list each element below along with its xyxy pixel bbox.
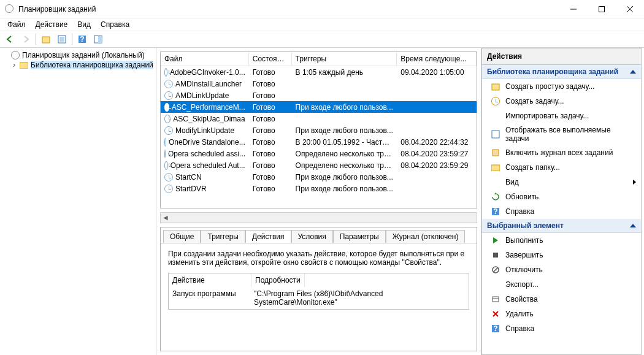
action-create-task[interactable]: Создать задачу... [482, 94, 641, 109]
tree-library-label: Библиотека планировщика заданий [31, 61, 153, 69]
svg-rect-11 [20, 63, 28, 69]
task-row[interactable]: ASC_SkipUac_DimaaГотово [161, 113, 477, 124]
svg-rect-13 [492, 131, 499, 138]
help-icon: ? [491, 324, 500, 334]
task-row[interactable]: OneDrive Standalone...ГотовоВ 20:00 01.0… [161, 136, 477, 148]
tab-actions[interactable]: Действия [245, 230, 291, 243]
showhide-icon[interactable] [91, 32, 105, 46]
action-details-value: "C:\Program Files (x86)\IObit\Advanced S… [250, 287, 469, 309]
action-new-folder[interactable]: Создать папку... [482, 160, 641, 175]
maximize-button[interactable] [588, 0, 616, 18]
svg-rect-12 [492, 84, 499, 90]
section-selected[interactable]: Выбранный элемент [482, 219, 641, 233]
tab-general[interactable]: Общие [163, 230, 201, 243]
menu-view[interactable]: Вид [72, 19, 96, 30]
disable-label: Отключить [505, 265, 543, 274]
task-state: Готово [249, 91, 292, 100]
view-label: Вид [505, 178, 628, 186]
action-show-running[interactable]: Отображать все выполняемые задачи [482, 123, 641, 145]
task-row[interactable]: StartCNГотовоПри входе любого пользов... [161, 171, 477, 183]
task-state: Готово [249, 115, 292, 123]
action-create-basic[interactable]: Создать простую задачу... [482, 79, 641, 94]
properties-label: Свойства [505, 295, 538, 303]
task-row[interactable]: AMDInstallLauncherГотово [161, 78, 477, 90]
task-row[interactable]: StartDVRГотовоПри входе любого пользов..… [161, 183, 477, 194]
action-disable[interactable]: Отключить [482, 262, 641, 277]
action-help[interactable]: ?Справка [482, 204, 641, 219]
col-state[interactable]: Состояние [249, 52, 292, 66]
action-help2[interactable]: ?Справка [482, 321, 641, 336]
create-task-icon [491, 96, 500, 106]
clock-icon [164, 80, 173, 88]
help-icon[interactable]: ? [75, 32, 90, 46]
action-end[interactable]: Завершить [482, 248, 641, 262]
forward-button[interactable] [18, 32, 33, 46]
task-name: ASC_SkipUac_Dimaa [173, 115, 245, 123]
task-row[interactable]: Opera scheduled assi...ГотовоОпределено … [161, 148, 477, 159]
action-import[interactable]: Импортировать задачу... [482, 109, 641, 123]
task-state: Готово [249, 185, 292, 193]
svg-rect-10 [98, 36, 102, 43]
task-name: AMDInstallLauncher [175, 80, 242, 88]
col-file[interactable]: Файл [161, 52, 249, 66]
svg-rect-1 [599, 6, 605, 12]
col-trigger[interactable]: Триггеры [292, 52, 397, 66]
window-controls [559, 0, 644, 18]
scheduler-icon [11, 51, 20, 59]
toolbar-separator [72, 34, 72, 45]
svg-rect-14 [493, 150, 499, 156]
section-library[interactable]: Библиотека планировщика заданий [482, 65, 641, 79]
tree-library[interactable]: › Библиотека планировщика заданий [1, 60, 155, 70]
task-row[interactable]: AdobeGCInvoker-1.0...ГотовоВ 1:05 каждый… [161, 66, 477, 78]
action-delete[interactable]: Удалить [482, 307, 641, 321]
import-icon[interactable] [55, 32, 69, 46]
task-row[interactable]: AMDLinkUpdateГотово [161, 90, 477, 101]
actions-table-row[interactable]: Запуск программы "C:\Program Files (x86)… [169, 287, 469, 309]
action-run[interactable]: Выполнить [482, 233, 641, 248]
tab-triggers[interactable]: Триггеры [201, 230, 245, 243]
actions-table: Действие Подробности Запуск программы "C… [168, 273, 469, 310]
action-refresh[interactable]: Обновить [482, 189, 641, 204]
menu-file[interactable]: Файл [2, 19, 31, 30]
action-enable-history[interactable]: Включить журнал всех заданий [482, 145, 641, 160]
detail-intro-line2: изменить эти действия, откройте окно сво… [168, 258, 469, 267]
task-trigger: При входе любого пользов... [292, 103, 397, 112]
close-button[interactable] [616, 0, 644, 18]
tab-conditions[interactable]: Условия [291, 230, 333, 243]
submenu-icon [633, 180, 636, 185]
col-details[interactable]: Подробности [251, 273, 305, 287]
toolbar-separator [36, 34, 36, 45]
scroll-left-icon[interactable]: ◄ [161, 213, 171, 222]
back-button[interactable] [2, 32, 17, 46]
action-export[interactable]: Экспорт... [482, 277, 641, 292]
create-task-icon[interactable] [39, 32, 53, 46]
task-row[interactable]: ASC_PerformanceM...ГотовоПри входе любог… [161, 101, 477, 113]
col-action[interactable]: Действие [169, 273, 251, 287]
tab-history[interactable]: Журнал (отключен) [386, 230, 466, 243]
horizontal-scrollbar[interactable]: ◄ [160, 212, 477, 223]
history-icon [491, 148, 500, 158]
disable-icon [491, 265, 500, 275]
tree-root[interactable]: Планировщик заданий (Локальный) [1, 50, 155, 60]
task-list: Файл Состояние Триггеры Время следующе..… [160, 52, 477, 208]
help-label: Справка [505, 207, 534, 216]
task-row[interactable]: Opera scheduled Aut...ГотовоОпределено н… [161, 159, 477, 171]
menu-help[interactable]: Справка [96, 19, 134, 30]
minimize-button[interactable] [559, 0, 588, 18]
action-properties[interactable]: Свойства [482, 292, 641, 307]
import-label: Импортировать задачу... [505, 112, 589, 120]
col-next[interactable]: Время следующе... [397, 52, 477, 66]
clock-icon [164, 115, 171, 123]
tab-settings[interactable]: Параметры [333, 230, 386, 243]
svg-rect-4 [42, 37, 50, 43]
export-icon [491, 280, 500, 289]
task-row[interactable]: ModifyLinkUpdateГотовоПри входе любого п… [161, 124, 477, 136]
menu-bar: Файл Действие Вид Справка [0, 18, 644, 31]
task-name: AdobeGCInvoker-1.0... [170, 68, 245, 77]
menu-action[interactable]: Действие [31, 19, 73, 30]
create-basic-label: Создать простую задачу... [505, 82, 594, 91]
action-view[interactable]: Вид [482, 175, 641, 189]
toolbar: ? [0, 31, 644, 48]
actions-pane: Действия Библиотека планировщика заданий… [481, 48, 642, 355]
refresh-label: Обновить [505, 193, 539, 201]
